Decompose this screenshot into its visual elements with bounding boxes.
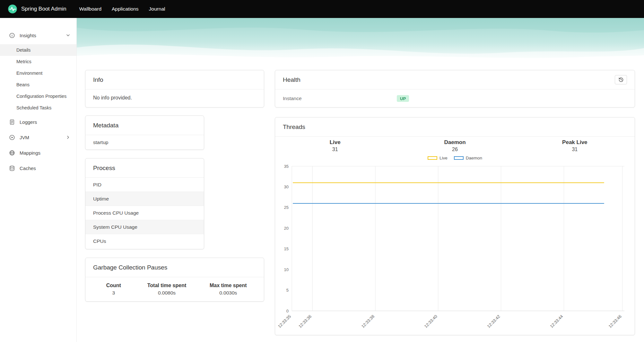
stat-peak-live: Peak Live 31 xyxy=(515,139,635,152)
sidebar-item-mappings[interactable]: Mappings xyxy=(0,146,76,160)
chevron-right-icon xyxy=(65,135,71,140)
gc-values-row: 3 0.0080s 0.0030s xyxy=(93,289,257,297)
process-row: CPUs xyxy=(85,234,204,248)
sidebar-item-insights[interactable]: Insights xyxy=(0,28,76,42)
nav-item-wallboard[interactable]: Wallboard xyxy=(74,0,107,18)
globe-icon xyxy=(9,150,15,156)
garbage-collection-card: Garbage Collection Pauses Count Total ti… xyxy=(85,258,264,302)
gc-card-title: Garbage Collection Pauses xyxy=(93,264,167,271)
chart-legend: Live Daemon xyxy=(275,156,635,160)
svg-text:12:33:40: 12:33:40 xyxy=(423,314,438,329)
svg-text:20: 20 xyxy=(284,226,289,231)
sidebar-item-details[interactable]: Details xyxy=(0,44,76,56)
threads-chart-svg: 3530252015105012:33:3512:33:3612:33:3812… xyxy=(275,163,635,336)
legend-item-live[interactable]: Live xyxy=(428,156,448,160)
legend-swatch-daemon xyxy=(454,156,464,160)
app-logo-icon xyxy=(8,4,17,14)
sidebar-item-label: Insights xyxy=(20,33,36,38)
sidebar-item-scheduled-tasks[interactable]: Scheduled Tasks xyxy=(0,102,76,114)
threads-card: Threads Live 31 Daemon 26 Peak Live 31 L… xyxy=(275,117,635,335)
svg-text:10: 10 xyxy=(284,267,289,272)
sidebar: Insights Details Metrics Environment Bea… xyxy=(0,18,77,342)
metadata-key: startup xyxy=(93,140,108,145)
sidebar-item-loggers[interactable]: Loggers xyxy=(0,115,76,129)
sidebar-item-environment[interactable]: Environment xyxy=(0,67,76,79)
sidebar-item-caches[interactable]: Caches xyxy=(0,161,76,175)
svg-text:12:33:46: 12:33:46 xyxy=(608,314,622,329)
sidebar-item-beans[interactable]: Beans xyxy=(0,79,76,90)
info-circle-icon xyxy=(9,32,15,38)
health-history-button[interactable] xyxy=(615,75,627,84)
threads-stats: Live 31 Daemon 26 Peak Live 31 xyxy=(275,139,635,152)
svg-text:12:33:38: 12:33:38 xyxy=(361,314,375,329)
metadata-row: startup xyxy=(85,135,204,150)
log-file-icon xyxy=(9,119,15,125)
sidebar-item-jvm[interactable]: JVM xyxy=(0,130,76,144)
play-circle-icon xyxy=(9,134,15,141)
sidebar-item-label: Loggers xyxy=(20,119,37,125)
app-brand[interactable]: Spring Boot Admin xyxy=(0,4,70,14)
legend-swatch-live xyxy=(428,156,437,160)
threads-card-title: Threads xyxy=(283,124,305,131)
gc-value: 0.0030s xyxy=(200,289,257,297)
process-row: System CPU Usage xyxy=(85,220,204,234)
nav-item-journal[interactable]: Journal xyxy=(144,0,170,18)
navbar-items: Wallboard Applications Journal xyxy=(74,0,170,18)
chevron-down-icon xyxy=(65,33,71,38)
main-content: Info No info provided. Metadata startup … xyxy=(77,18,644,342)
svg-text:12:33:36: 12:33:36 xyxy=(298,314,312,329)
gc-value: 3 xyxy=(93,289,134,297)
process-card-title: Process xyxy=(93,165,115,172)
sidebar-item-label: Caches xyxy=(20,166,36,171)
process-card: Process PID Uptime Process CPU Usage Sys… xyxy=(85,158,204,249)
process-row: PID xyxy=(85,178,204,192)
sidebar-item-configuration-properties[interactable]: Configuration Properties xyxy=(0,90,76,102)
svg-text:12:33:42: 12:33:42 xyxy=(486,314,501,329)
gc-table: Count Total time spent Max time spent 3 … xyxy=(93,281,257,297)
process-row: Process CPU Usage xyxy=(85,206,204,220)
gc-column-header: Count xyxy=(93,281,134,289)
svg-text:0: 0 xyxy=(286,309,289,313)
legend-item-daemon[interactable]: Daemon xyxy=(454,156,482,160)
sidebar-item-label: Mappings xyxy=(20,150,40,156)
info-card-title: Info xyxy=(93,76,103,83)
metadata-card: Metadata startup xyxy=(85,115,204,150)
nav-item-applications[interactable]: Applications xyxy=(107,0,144,18)
health-card: Health Instance UP xyxy=(275,70,635,107)
process-rows: PID Uptime Process CPU Usage System CPU … xyxy=(85,178,204,248)
top-navbar: Spring Boot Admin Wallboard Applications… xyxy=(0,0,644,18)
metadata-card-title: Metadata xyxy=(93,122,118,129)
svg-text:12:33:35: 12:33:35 xyxy=(277,314,292,329)
threads-chart: 3530252015105012:33:3512:33:3612:33:3812… xyxy=(275,163,635,336)
health-card-title: Health xyxy=(283,76,300,83)
header-wave xyxy=(77,18,644,62)
sidebar-item-label: JVM xyxy=(20,135,29,140)
gc-column-header: Max time spent xyxy=(200,281,257,289)
gc-value: 0.0080s xyxy=(134,289,200,297)
svg-text:5: 5 xyxy=(286,288,289,293)
process-row: Uptime xyxy=(85,192,204,206)
stat-daemon: Daemon 26 xyxy=(395,139,515,152)
svg-text:12:33:44: 12:33:44 xyxy=(549,314,564,329)
info-card: Info No info provided. xyxy=(85,70,264,107)
database-icon xyxy=(9,165,15,171)
health-instance-label: Instance xyxy=(283,96,302,101)
app-title: Spring Boot Admin xyxy=(21,6,66,12)
svg-text:35: 35 xyxy=(284,164,289,169)
health-instance-row: Instance UP xyxy=(275,90,635,107)
status-badge: UP xyxy=(397,95,409,102)
svg-text:15: 15 xyxy=(284,246,289,251)
svg-text:25: 25 xyxy=(284,205,289,210)
history-clock-icon xyxy=(618,77,624,82)
info-card-body: No info provided. xyxy=(85,90,264,106)
stat-live: Live 31 xyxy=(275,139,395,152)
sidebar-item-metrics[interactable]: Metrics xyxy=(0,56,76,67)
svg-text:30: 30 xyxy=(284,184,289,189)
gc-column-header: Total time spent xyxy=(134,281,200,289)
